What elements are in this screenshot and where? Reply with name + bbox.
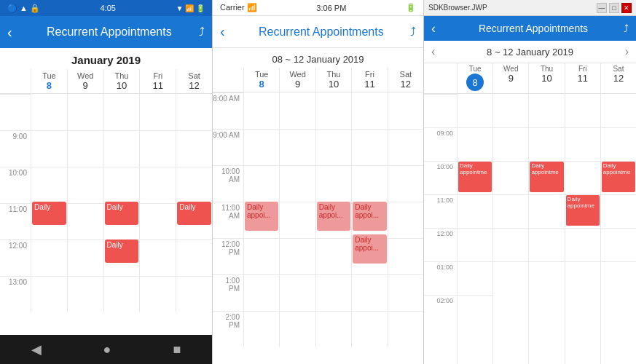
- day-fri-3: Daily appointme: [565, 94, 600, 364]
- win-controls: — □ ✕: [597, 3, 632, 13]
- scroll-area-2[interactable]: 8:00 AM 9:00 AM 10:00 AM 11:00 AM 12:00 …: [213, 92, 423, 364]
- back-icon-1[interactable]: ‹: [7, 24, 12, 41]
- calendar-3: Tue 8 Wed 9 Thu 10 Fri 11 Sat 12: [424, 63, 636, 364]
- event-sat-3[interactable]: Daily appointme: [602, 162, 635, 192]
- day-col-fri-2[interactable]: Fri 11: [351, 68, 387, 92]
- time-col-header-3: [424, 63, 457, 93]
- status-left: 🔵 ▲ 🔒: [7, 4, 40, 13]
- day-name: Fri: [565, 65, 600, 73]
- event-fri-2a[interactable]: Daily appoi...: [353, 202, 386, 231]
- time-10-1: 10:00: [0, 167, 31, 203]
- next-month-button[interactable]: ›: [625, 45, 629, 58]
- status-battery-2: 🔋: [406, 3, 416, 12]
- day-num-9-2: 9: [280, 79, 315, 90]
- back-icon-3[interactable]: ‹: [431, 21, 436, 36]
- day-tue-1: Daily: [31, 94, 67, 312]
- app-bar-2: ‹ Recurrent Appointments ⤴: [213, 16, 423, 48]
- day-col-tue-3[interactable]: Tue 8: [457, 63, 492, 93]
- day-col-fri-3[interactable]: Fri 11: [565, 63, 600, 93]
- time-11am-2: 11:00 AM: [213, 202, 243, 238]
- status-time-1: 4:05: [101, 4, 116, 12]
- maximize-button[interactable]: □: [609, 3, 619, 13]
- home-nav-icon[interactable]: ●: [103, 342, 111, 357]
- time-12-1: 12:00: [0, 240, 31, 276]
- day-sat-2: [388, 92, 423, 347]
- day-wed-3: [492, 94, 528, 364]
- panel-mid: Carrier 📶 3:06 PM 🔋 ‹ Recurrent Appointm…: [212, 0, 424, 364]
- event-tue-2[interactable]: Daily appoi...: [245, 202, 278, 231]
- day-num-12-3: 12: [601, 73, 636, 84]
- day-num-11-1: 11: [140, 80, 176, 91]
- day-num-8-2: 8: [244, 79, 279, 90]
- day-col-sat-3[interactable]: Sat 12: [600, 63, 636, 93]
- time-9-1: [0, 94, 31, 130]
- day-columns-2: Daily appoi... Daily appoi...: [243, 92, 423, 347]
- bottom-nav-1: ◀ ● ■: [0, 335, 212, 364]
- action-icon-3[interactable]: ⤴: [624, 23, 629, 34]
- action-icon-2[interactable]: ⤴: [410, 25, 416, 39]
- day-num-8-1: 8: [31, 80, 67, 91]
- day-col-tue-2[interactable]: Tue 8: [243, 68, 279, 92]
- day-num-8-3: 8: [458, 73, 492, 92]
- event-fri-2b[interactable]: Daily appoi...: [353, 234, 386, 264]
- day-name: Thu: [316, 70, 351, 79]
- day-num-12-1: 12: [176, 80, 212, 91]
- close-button[interactable]: ✕: [621, 3, 632, 13]
- app-bar-1: ‹ Recurrent Appointments ⤴: [0, 16, 212, 48]
- time-11-1: 11:00: [0, 203, 31, 240]
- day-sat-1: Daily: [176, 94, 212, 312]
- recents-nav-icon[interactable]: ■: [173, 342, 181, 357]
- time-col-header-1: [0, 69, 31, 93]
- scroll-area-1[interactable]: 9:00 10:00 11:00 12:00 13:00 Dail: [0, 94, 212, 335]
- day-col-tue-1[interactable]: Tue 8: [31, 69, 67, 93]
- event-daily-sat-1[interactable]: Daily: [177, 202, 211, 225]
- day-num-9-1: 9: [68, 80, 103, 91]
- action-icon-1[interactable]: ⤴: [199, 25, 205, 39]
- day-col-wed-1[interactable]: Wed 9: [67, 69, 103, 93]
- panel-android: 🔵 ▲ 🔒 4:05 ▼ 📶 🔋 ‹ Recurrent Appointment…: [0, 0, 212, 364]
- day-col-fri-1[interactable]: Fri 11: [139, 69, 176, 93]
- week-header-3: Tue 8 Wed 9 Thu 10 Fri 11 Sat 12: [424, 63, 636, 94]
- panel-desktop: SDKBrowser.JWP — □ ✕ ‹ Recurrent Appoint…: [424, 0, 636, 364]
- day-num-11-3: 11: [565, 73, 600, 84]
- event-tue-3[interactable]: Daily appointme: [458, 162, 492, 192]
- event-thu-3[interactable]: Daily appointme: [530, 162, 563, 192]
- event-fri-3a[interactable]: Daily appointme: [566, 195, 600, 226]
- day-wed-1: [67, 94, 103, 312]
- day-col-wed-2[interactable]: Wed 9: [279, 68, 315, 92]
- day-num-9-3: 9: [493, 73, 528, 84]
- time-10am-2: 10:00 AM: [213, 165, 243, 202]
- event-daily-thu-2[interactable]: Daily: [105, 240, 139, 263]
- day-columns-3: Daily appointme Daily appo: [457, 94, 636, 364]
- day-fri-2: Daily appoi... Daily appoi...: [351, 92, 387, 347]
- day-col-wed-3[interactable]: Wed 9: [492, 63, 528, 93]
- day-thu-3: Daily appointme: [528, 94, 564, 364]
- event-daily-thu-1[interactable]: Daily: [105, 202, 139, 225]
- day-tue-2: Daily appoi...: [243, 92, 279, 347]
- back-nav-icon[interactable]: ◀: [31, 341, 42, 357]
- day-name: Wed: [68, 71, 103, 80]
- time-11-3: 11:00: [424, 194, 457, 228]
- day-col-sat-1[interactable]: Sat 12: [176, 69, 212, 93]
- nav-row-3: ‹ 8 ~ 12 January 2019 ›: [424, 41, 636, 63]
- event-thu-2[interactable]: Daily appoi...: [317, 202, 350, 231]
- scroll-area-3[interactable]: 09:00 10:00 11:00 12:00 01:00 02:00 Dail…: [424, 94, 636, 364]
- app-title-3: Recurrent Appointments: [443, 23, 624, 34]
- prev-month-button[interactable]: ‹: [431, 45, 435, 58]
- day-col-thu-1[interactable]: Thu 10: [103, 69, 140, 93]
- day-name: Fri: [140, 71, 176, 80]
- status-bar-1: 🔵 ▲ 🔒 4:05 ▼ 📶 🔋: [0, 0, 212, 16]
- minimize-button[interactable]: —: [597, 3, 607, 13]
- time-12-3: 12:00: [424, 228, 457, 261]
- event-daily-tue-1[interactable]: Daily: [32, 202, 66, 225]
- time-labels-3: 09:00 10:00 11:00 12:00 01:00 02:00: [424, 94, 457, 364]
- time-empty-3: [424, 94, 457, 127]
- day-name: Tue: [458, 65, 492, 73]
- time-9-3: 09:00: [424, 127, 457, 161]
- time-9-1b: 9:00: [0, 130, 31, 167]
- day-col-thu-2[interactable]: Thu 10: [315, 68, 351, 92]
- back-icon-2[interactable]: ‹: [220, 23, 225, 40]
- day-col-sat-2[interactable]: Sat 12: [388, 68, 423, 92]
- app-title-2: Recurrent Appointments: [232, 25, 410, 39]
- day-col-thu-3[interactable]: Thu 10: [528, 63, 564, 93]
